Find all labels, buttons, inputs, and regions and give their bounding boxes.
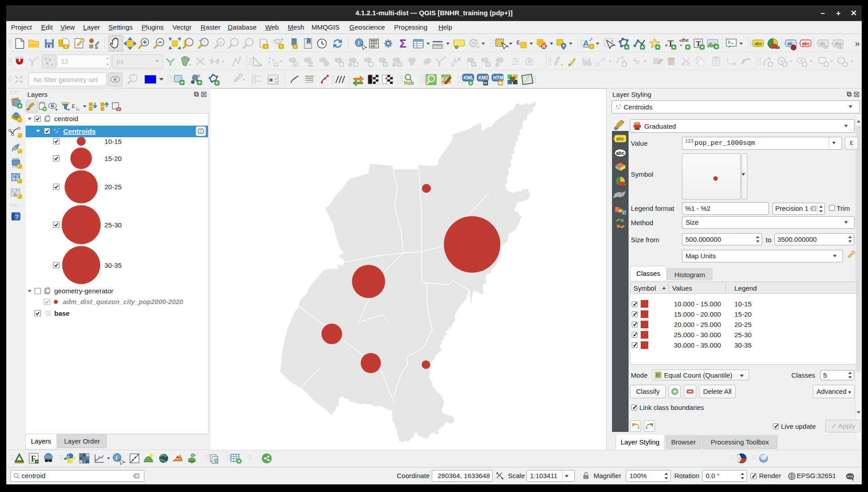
svg-text:abc: abc bbox=[616, 150, 625, 156]
svg-text:i: i bbox=[358, 39, 360, 46]
svg-text:*: * bbox=[18, 194, 20, 199]
svg-text:10-15: 10-15 bbox=[104, 138, 122, 145]
svg-text:25-30: 25-30 bbox=[104, 221, 122, 229]
svg-text:ab: ab bbox=[820, 41, 825, 46]
svg-text:»: » bbox=[855, 39, 860, 48]
svg-text:px: px bbox=[117, 57, 124, 65]
svg-text:c: c bbox=[686, 37, 689, 43]
svg-text:30-35: 30-35 bbox=[104, 261, 122, 269]
svg-text:geometry-generator: geometry-generator bbox=[54, 287, 113, 295]
svg-text:abc: abc bbox=[616, 136, 625, 141]
svg-text:Σ: Σ bbox=[399, 37, 407, 50]
svg-text:fx: fx bbox=[635, 59, 640, 65]
svg-text:*: * bbox=[18, 133, 20, 138]
svg-text:ε: ε bbox=[72, 102, 75, 109]
svg-text:15-20: 15-20 bbox=[104, 155, 122, 162]
svg-text:20-25: 20-25 bbox=[104, 183, 122, 191]
svg-text:12: 12 bbox=[61, 57, 69, 65]
svg-text:*: * bbox=[18, 118, 20, 123]
svg-text:q: q bbox=[611, 39, 613, 43]
svg-text:ε: ε bbox=[516, 38, 520, 46]
svg-text:abc: abc bbox=[802, 41, 810, 46]
svg-text:KMZ: KMZ bbox=[478, 75, 489, 80]
svg-text:centroid: centroid bbox=[54, 115, 78, 122]
svg-text:base: base bbox=[54, 309, 69, 317]
svg-text:A: A bbox=[583, 39, 589, 48]
svg-text:abc: abc bbox=[834, 41, 842, 46]
svg-text:b: b bbox=[683, 37, 686, 43]
svg-text:?: ? bbox=[15, 214, 18, 220]
svg-text:hub: hub bbox=[404, 80, 414, 86]
svg-text:abc: abc bbox=[755, 41, 763, 46]
svg-text:adm_dist_quezon_city_pop2000-2: adm_dist_quezon_city_pop2000-2020 bbox=[63, 298, 183, 305]
svg-text:*: * bbox=[18, 179, 20, 184]
svg-text:i: i bbox=[116, 454, 117, 461]
svg-text:No filter geometry set: No filter geometry set bbox=[34, 76, 98, 83]
svg-text:HTML: HTML bbox=[493, 75, 507, 80]
svg-text:a: a bbox=[95, 44, 98, 50]
svg-text:*: * bbox=[18, 148, 20, 154]
svg-text:1:1: 1:1 bbox=[218, 41, 222, 44]
svg-text:*: * bbox=[18, 164, 20, 169]
svg-text:Centroids: Centroids bbox=[63, 127, 95, 135]
svg-text:KML: KML bbox=[464, 75, 474, 80]
